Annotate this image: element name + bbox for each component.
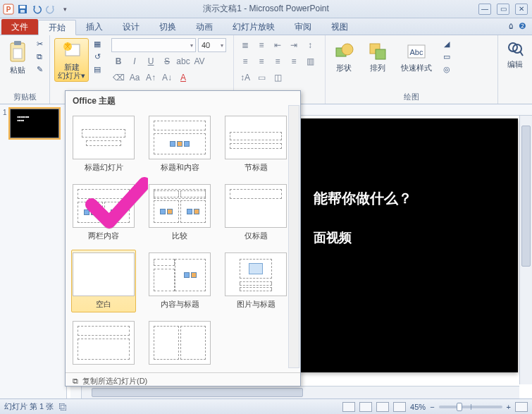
zoom-percent[interactable]: 45% [410,403,426,411]
layout-content-caption[interactable]: 内容与标题 [147,250,212,312]
thumbnail-preview[interactable]: ■■■■■■■■■■■ [10,109,59,138]
tab-animations[interactable]: 动画 [186,19,223,35]
font-color-button[interactable]: A [176,71,190,85]
find-button[interactable]: 编辑 [502,38,528,71]
tab-home[interactable]: 开始 [38,20,76,35]
grow-font-button[interactable]: A↑ [144,71,158,85]
line-spacing-button[interactable]: ↕ [303,38,317,52]
help-icon[interactable]: ❷ [519,21,526,31]
current-slide[interactable]: 能帮你做什么？ 面视频 [299,118,518,372]
drawing-group-label: 绘图 [330,90,493,102]
quick-styles-button[interactable]: Abc 快速样式 [397,38,435,75]
group-drawing: 形状 排列 Abc 快速样式 ◢ ▭ ◎ 绘图 [326,35,498,104]
undo-icon[interactable] [31,4,42,15]
close-button[interactable]: ✕ [515,4,528,15]
shape-fill-icon[interactable]: ◢ [441,38,452,49]
bold-button[interactable]: B [111,54,125,68]
new-slide-button[interactable]: 新建幻灯片▾ [54,38,89,82]
tab-review[interactable]: 审阅 [285,19,321,35]
smartart-button[interactable]: ◫ [271,71,285,85]
align-right-button[interactable]: ≡ [271,54,285,68]
layout-blank[interactable]: 空白 [71,250,136,312]
shadow-button[interactable]: abc [176,54,190,68]
italic-button[interactable]: I [128,54,142,68]
bullets-button[interactable]: ≣ [238,38,252,52]
tab-file[interactable]: 文件 [1,19,38,35]
svg-rect-3 [20,6,25,8]
slide-layout-dropdown: Office 主题 标题幻灯片 标题和内容 节标题 两栏内容 比较 [65,90,301,386]
section-icon[interactable]: ▤ [92,63,103,75]
numbering-button[interactable]: ≡ [254,38,268,52]
layout-icon[interactable]: ▦ [92,38,103,49]
view-sorter-button[interactable] [359,402,372,412]
status-lang-icon[interactable]: ⿻ [59,403,67,411]
change-case-button[interactable]: Aa [128,71,142,85]
shrink-font-button[interactable]: A↓ [160,71,174,85]
layout-title-slide[interactable]: 标题幻灯片 [71,113,136,176]
svg-line-18 [520,51,523,56]
save-icon[interactable] [17,4,28,15]
copy-icon[interactable]: ⧉ [34,51,45,62]
reset-icon[interactable]: ↺ [92,51,103,62]
indent-inc-button[interactable]: ⇥ [287,38,301,52]
tab-insert[interactable]: 插入 [76,19,113,35]
svg-point-11 [342,44,353,55]
layout-title-content[interactable]: 标题和内容 [147,113,212,176]
layout-picture-caption[interactable]: 图片与标题 [223,250,288,312]
paste-button[interactable]: 粘贴 [4,38,31,76]
columns-button[interactable]: ▥ [303,54,317,68]
layout-comparison[interactable]: 比较 [147,181,212,244]
view-normal-button[interactable] [342,402,355,412]
shapes-button[interactable]: 形状 [330,38,358,75]
strike-button[interactable]: S [160,54,174,68]
indent-dec-button[interactable]: ⇤ [271,38,285,52]
char-spacing-button[interactable]: AV [192,54,206,68]
view-slideshow-button[interactable] [393,402,406,412]
redo-icon[interactable] [45,4,56,15]
layout-row4-2[interactable] [147,318,212,367]
align-text-button[interactable]: ▭ [254,71,268,85]
align-left-button[interactable]: ≡ [238,54,252,68]
tab-slideshow[interactable]: 幻灯片放映 [223,19,285,35]
qat-dropdown-icon[interactable]: ▾ [59,4,70,15]
svg-rect-13 [376,49,385,59]
shape-outline-icon[interactable]: ▭ [441,51,452,62]
view-reading-button[interactable] [376,402,389,412]
shape-effects-icon[interactable]: ◎ [441,63,452,75]
minimize-button[interactable]: ― [478,4,491,15]
tab-design[interactable]: 设计 [113,19,149,35]
font-family-combo[interactable] [111,38,196,52]
ribbon-minimize-icon[interactable]: ۵ [509,21,513,31]
justify-button[interactable]: ≡ [287,54,301,68]
ribbon-tabs: 文件 开始 插入 设计 切换 动画 幻灯片放映 审阅 视图 ۵ ❷ [0,18,532,35]
slide-thumbnails-panel: 1 ■■■■■■■■■■■ [0,104,67,398]
thumbnail-item[interactable]: 1 ■■■■■■■■■■■ [3,109,63,138]
window-title: 演示文稿1 - Microsoft PowerPoint [0,3,532,15]
font-size-combo[interactable]: 40 [198,38,226,52]
group-editing: 编辑 [498,35,532,104]
format-painter-icon[interactable]: ✎ [34,63,45,75]
vertical-scrollbar[interactable] [519,116,532,384]
text-direction-button[interactable]: ↕A [238,71,252,85]
cut-icon[interactable]: ✂ [34,38,45,49]
zoom-slider[interactable] [439,406,502,408]
align-center-button[interactable]: ≡ [254,54,268,68]
svg-rect-6 [14,41,21,45]
tab-view[interactable]: 视图 [321,19,358,35]
layout-title-only[interactable]: 仅标题 [223,181,288,244]
layout-section-header[interactable]: 节标题 [223,113,288,176]
fit-to-window-button[interactable] [515,402,528,412]
zoom-out-button[interactable]: − [430,403,434,411]
maximize-button[interactable]: ▭ [497,4,509,15]
zoom-in-button[interactable]: + [507,403,511,411]
clear-format-button[interactable]: ⌫ [111,71,125,85]
svg-text:P: P [6,6,11,13]
layout-row4-1[interactable] [71,318,136,367]
underline-button[interactable]: U [144,54,158,68]
layout-dropdown-footer[interactable]: ⧉ 复制所选幻灯片(D) [66,372,300,389]
svg-rect-7 [13,49,22,59]
svg-rect-4 [20,10,25,13]
tab-transitions[interactable]: 切换 [149,19,186,35]
svg-text:Abc: Abc [410,48,423,56]
arrange-button[interactable]: 排列 [364,38,392,75]
